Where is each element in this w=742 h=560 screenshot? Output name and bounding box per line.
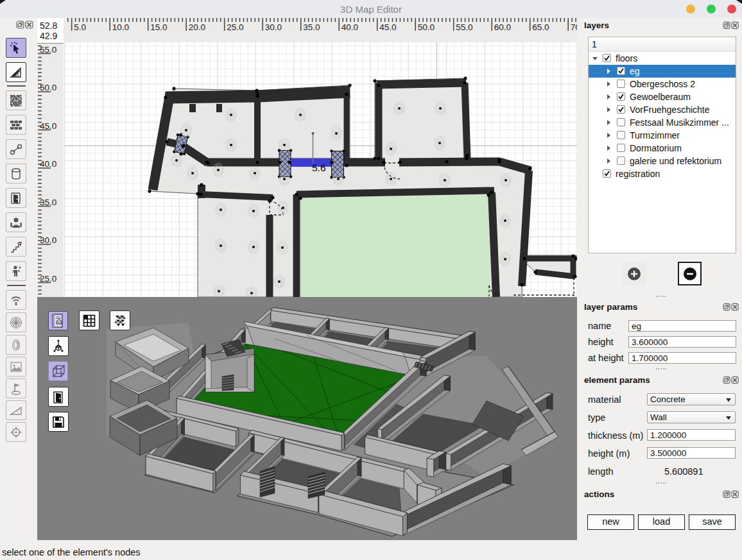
svg-text:35.0: 35.0 <box>40 198 56 207</box>
svg-text:25.0: 25.0 <box>40 274 56 284</box>
svg-text:55.0: 55.0 <box>40 45 56 55</box>
svg-text:30.0: 30.0 <box>265 22 282 32</box>
svg-text:45.0: 45.0 <box>379 22 396 32</box>
svg-text:20.0: 20.0 <box>189 22 205 32</box>
svg-text:5.0: 5.0 <box>74 22 86 32</box>
svg-text:50.0: 50.0 <box>418 22 435 32</box>
svg-text:65.0: 65.0 <box>532 22 549 32</box>
svg-text:GG: GG <box>56 321 62 324</box>
svg-text:35.0: 35.0 <box>303 22 320 32</box>
svg-text:70.0: 70.0 <box>571 22 577 32</box>
svg-text:40.0: 40.0 <box>341 22 358 32</box>
svg-text:30.0: 30.0 <box>40 235 56 245</box>
svg-text:55.0: 55.0 <box>456 22 472 32</box>
svg-text:50.0: 50.0 <box>40 83 56 92</box>
svg-text:45.0: 45.0 <box>40 121 56 131</box>
svg-text:25.0: 25.0 <box>227 22 243 32</box>
svg-text:60.0: 60.0 <box>494 22 511 32</box>
svg-text:40.0: 40.0 <box>40 159 56 169</box>
svg-text:5.6: 5.6 <box>312 162 326 173</box>
svg-text:10.0: 10.0 <box>112 22 129 32</box>
svg-text:15.0: 15.0 <box>150 22 167 32</box>
